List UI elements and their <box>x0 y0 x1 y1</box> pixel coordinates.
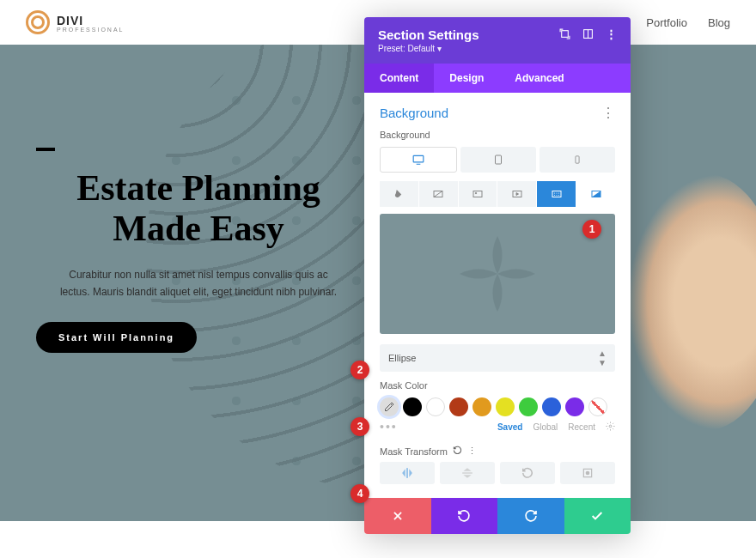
svg-rect-8 <box>473 191 482 197</box>
cancel-button[interactable] <box>364 498 431 534</box>
brand-sub: PROFESSIONAL <box>57 27 124 33</box>
svg-point-16 <box>554 195 555 196</box>
palette-saved-tab[interactable]: Saved <box>497 422 522 432</box>
more-swatches-icon[interactable]: ••• <box>380 420 398 434</box>
tab-design[interactable]: Design <box>434 64 499 93</box>
swatch-blue[interactable] <box>542 397 561 416</box>
svg-point-15 <box>558 193 559 194</box>
nav-links: Portfolio Blog <box>646 16 730 29</box>
tab-content[interactable]: Content <box>364 64 434 93</box>
nav-link-portfolio[interactable]: Portfolio <box>646 16 687 29</box>
palette-recent-tab[interactable]: Recent <box>568 422 595 432</box>
transform-buttons <box>380 462 615 484</box>
reset-transform-icon[interactable] <box>453 446 462 457</box>
device-phone-icon[interactable] <box>540 147 615 173</box>
flip-vertical-button[interactable] <box>440 462 495 484</box>
panel-header[interactable]: Section Settings Preset: Default ▾ ⋮ <box>364 17 631 64</box>
svg-rect-5 <box>496 155 502 164</box>
svg-marker-11 <box>516 193 519 196</box>
panel-tabs: Content Design Advanced <box>364 64 631 93</box>
redo-button[interactable] <box>497 498 564 534</box>
svg-point-18 <box>558 195 559 196</box>
svg-point-17 <box>556 195 557 196</box>
hero-title-line1: Estate Planning <box>76 168 320 208</box>
expand-icon[interactable] <box>559 28 570 39</box>
section-settings-panel: Section Settings Preset: Default ▾ ⋮ Con… <box>364 17 631 534</box>
background-label: Background <box>380 130 615 140</box>
mask-shape-value: Ellipse <box>388 353 416 363</box>
swatch-white[interactable] <box>426 397 445 416</box>
hero-title: Estate Planning Made Easy <box>36 168 361 249</box>
kebab-menu-icon[interactable]: ⋮ <box>606 27 617 40</box>
panel-title: Section Settings <box>378 27 479 42</box>
swatch-orange[interactable] <box>472 397 491 416</box>
section-background-title[interactable]: Background <box>380 106 448 120</box>
undo-button[interactable] <box>431 498 498 534</box>
svg-point-20 <box>609 425 612 428</box>
svg-point-13 <box>554 193 555 194</box>
callout-badge-3: 3 <box>351 417 369 436</box>
panel-footer <box>364 498 631 534</box>
palette-settings-icon[interactable] <box>606 422 615 433</box>
nav-link-blog[interactable]: Blog <box>708 16 730 29</box>
swatch-yellow[interactable] <box>496 397 515 416</box>
mask-preview-shape-icon <box>450 227 545 321</box>
mask-transform-label: Mask Transform <box>380 446 448 457</box>
mask-color-label: Mask Color <box>380 380 615 391</box>
hero-image <box>627 173 756 431</box>
preset-selector[interactable]: Preset: Default ▾ <box>378 44 479 53</box>
swatch-red[interactable] <box>449 397 468 416</box>
bg-pattern-tab-icon[interactable] <box>537 181 576 207</box>
device-desktop-icon[interactable] <box>380 147 457 173</box>
bg-color-tab-icon[interactable] <box>380 181 418 207</box>
mask-shape-select[interactable]: Ellipse ▲▼ <box>380 344 615 372</box>
svg-point-9 <box>475 192 477 194</box>
accent-dash <box>36 148 55 151</box>
select-caret-icon: ▲▼ <box>598 349 607 367</box>
hero-description: Curabitur non nulla sit amet nisl tempus… <box>36 266 361 301</box>
swatch-black[interactable] <box>403 397 422 416</box>
columns-icon[interactable] <box>582 28 594 39</box>
device-tablet-icon[interactable] <box>460 147 536 173</box>
svg-rect-3 <box>413 155 424 162</box>
svg-point-24 <box>586 471 590 476</box>
svg-rect-12 <box>552 191 561 197</box>
swatch-green[interactable] <box>519 397 538 416</box>
bg-video-tab-icon[interactable] <box>497 181 536 207</box>
bg-gradient-tab-icon[interactable] <box>419 181 458 207</box>
callout-badge-4: 4 <box>351 484 369 503</box>
brand-logo[interactable]: DIVI PROFESSIONAL <box>26 10 124 34</box>
color-picker-button[interactable] <box>380 397 399 416</box>
palette-global-tab[interactable]: Global <box>533 422 558 432</box>
flip-horizontal-button[interactable] <box>380 462 435 484</box>
bg-mask-tab-icon[interactable] <box>576 181 615 207</box>
responsive-toggle <box>380 147 615 173</box>
invert-button[interactable] <box>560 462 615 484</box>
svg-point-14 <box>556 193 557 194</box>
swatch-none[interactable] <box>588 397 607 416</box>
callout-badge-2: 2 <box>351 361 369 379</box>
save-button[interactable] <box>564 498 631 534</box>
bg-image-tab-icon[interactable] <box>459 181 497 207</box>
rotate-button[interactable] <box>500 462 555 484</box>
hero-title-line2: Made Easy <box>113 209 284 248</box>
svg-rect-6 <box>576 156 579 163</box>
svg-rect-0 <box>562 31 569 38</box>
cta-button[interactable]: Start Will Planning <box>36 322 197 353</box>
background-type-tabs <box>380 181 615 207</box>
tab-advanced[interactable]: Advanced <box>499 64 579 93</box>
swatch-purple[interactable] <box>565 397 584 416</box>
color-swatches <box>380 397 615 416</box>
logo-mark-icon <box>26 10 50 34</box>
callout-badge-1: 1 <box>582 220 601 239</box>
section-menu-icon[interactable]: ⋮ <box>601 105 615 121</box>
mask-preview[interactable] <box>380 214 615 334</box>
brand-name: DIVI <box>57 14 83 27</box>
transform-menu-icon[interactable]: ⋮ <box>467 446 477 457</box>
